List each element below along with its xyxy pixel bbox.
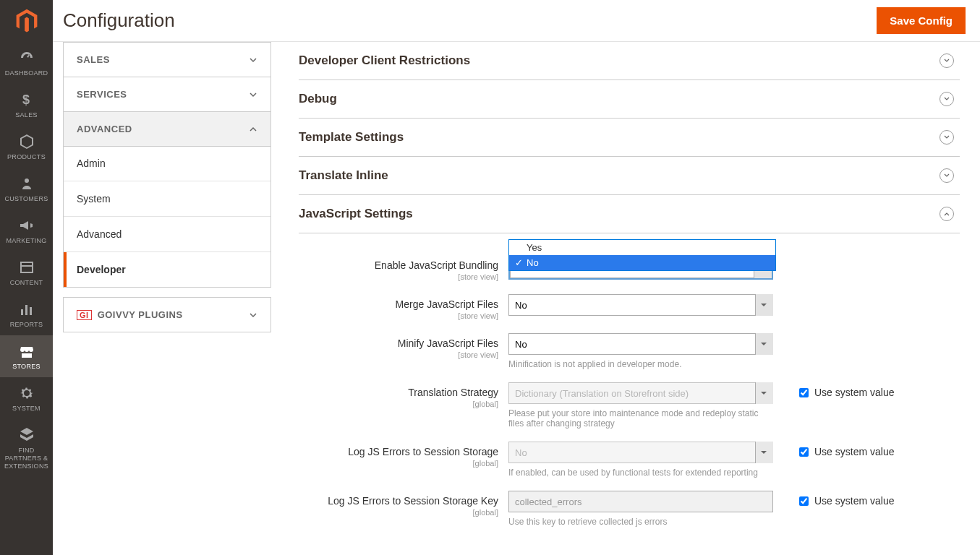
- nav-marketing[interactable]: MARKETING: [0, 210, 53, 251]
- section-sales[interactable]: SALES: [63, 42, 271, 77]
- merge-js-select[interactable]: No: [508, 294, 773, 316]
- puzzle-icon: [18, 426, 35, 444]
- field-enable-js-bundling: Enable JavaScript Bundling [store view] …: [299, 255, 960, 281]
- svg-rect-5: [25, 305, 27, 315]
- fieldset-js-settings[interactable]: JavaScript Settings: [299, 195, 960, 233]
- sidebar-item-system[interactable]: System: [64, 181, 270, 217]
- svg-point-1: [25, 178, 29, 183]
- chevron-down-icon: [249, 90, 257, 99]
- option-no[interactable]: No: [509, 255, 775, 270]
- svg-rect-4: [21, 309, 23, 315]
- layout-icon: [18, 259, 35, 276]
- plugin-badge: GI: [77, 310, 92, 320]
- nav-reports[interactable]: REPORTS: [0, 293, 53, 335]
- page-title: Configuration: [63, 9, 175, 32]
- fieldset-dev-restrictions[interactable]: Developer Client Restrictions: [299, 42, 960, 80]
- fieldset-translate[interactable]: Translate Inline: [299, 157, 960, 195]
- field-minify-js: Minify JavaScript Files [store view] No …: [299, 333, 960, 369]
- svg-rect-2: [21, 262, 33, 272]
- fieldset-debug[interactable]: Debug: [299, 80, 960, 119]
- nav-customers[interactable]: CUSTOMERS: [0, 168, 53, 210]
- field-log-session: Log JS Errors to Session Storage [global…: [299, 442, 960, 478]
- box-icon: [18, 133, 35, 150]
- chevron-down-icon: [249, 311, 257, 319]
- page-header: Configuration Save Config: [53, 0, 980, 42]
- advanced-children: Admin System Advanced Developer: [63, 146, 271, 288]
- store-icon: [18, 343, 35, 360]
- collapse-icon: [939, 207, 954, 221]
- svg-text:$: $: [22, 92, 30, 107]
- nav-system[interactable]: SYSTEM: [0, 377, 53, 419]
- nav-content[interactable]: CONTENT: [0, 251, 53, 293]
- section-services[interactable]: SERVICES: [63, 77, 271, 112]
- minify-js-select[interactable]: No: [508, 333, 773, 355]
- megaphone-icon: [18, 217, 35, 234]
- bundling-dropdown-open: Yes No: [508, 239, 776, 271]
- nav-sales[interactable]: $ SALES: [0, 84, 53, 126]
- fieldset-template[interactable]: Template Settings: [299, 119, 960, 157]
- field-merge-js: Merge JavaScript Files [store view] No: [299, 294, 960, 320]
- log-session-select: No: [508, 442, 773, 463]
- section-goivvy-plugins[interactable]: GIGOIVVY PLUGINS: [63, 297, 271, 332]
- expand-icon: [939, 53, 954, 68]
- nav-dashboard[interactable]: DASHBOARD: [0, 42, 53, 84]
- dollar-icon: $: [18, 91, 35, 108]
- chart-icon: [18, 301, 35, 318]
- log-key-input: [508, 491, 773, 512]
- use-system-log-session-checkbox[interactable]: [799, 447, 809, 457]
- sidebar-item-advanced[interactable]: Advanced: [64, 217, 270, 252]
- nav-products[interactable]: PRODUCTS: [0, 126, 53, 168]
- section-advanced[interactable]: ADVANCED: [63, 111, 271, 147]
- expand-icon: [939, 168, 954, 183]
- gear-icon: [18, 384, 35, 402]
- config-main: Developer Client Restrictions Debug Temp…: [281, 42, 980, 555]
- magento-logo[interactable]: [0, 0, 53, 42]
- svg-rect-6: [30, 307, 32, 315]
- sidebar-item-admin[interactable]: Admin: [64, 146, 270, 181]
- nav-partners[interactable]: FIND PARTNERS & EXTENSIONS: [0, 419, 53, 477]
- use-system-translation-checkbox[interactable]: [799, 388, 809, 397]
- sidebar-item-developer[interactable]: Developer: [64, 252, 270, 287]
- nav-stores[interactable]: STORES: [0, 335, 53, 377]
- chevron-up-icon: [249, 125, 257, 134]
- field-log-key: Log JS Errors to Session Storage Key [gl…: [299, 491, 960, 527]
- admin-sidebar: DASHBOARD $ SALES PRODUCTS CUSTOMERS MAR…: [0, 0, 53, 555]
- field-translation-strategy: Translation Strategy [global] Dictionary…: [299, 382, 960, 429]
- expand-icon: [939, 130, 954, 145]
- chevron-down-icon: [249, 56, 257, 64]
- gauge-icon: [18, 49, 35, 66]
- config-sidebar: SALES SERVICES ADVANCED Admin System Adv…: [53, 42, 281, 555]
- translation-strategy-select: Dictionary (Translation on Storefront si…: [508, 382, 773, 404]
- save-config-button[interactable]: Save Config: [877, 7, 966, 34]
- expand-icon: [939, 92, 954, 106]
- person-icon: [18, 175, 35, 192]
- use-system-log-key-checkbox[interactable]: [799, 496, 809, 506]
- js-settings-body: Enable JavaScript Bundling [store view] …: [299, 233, 960, 554]
- option-yes[interactable]: Yes: [509, 240, 775, 255]
